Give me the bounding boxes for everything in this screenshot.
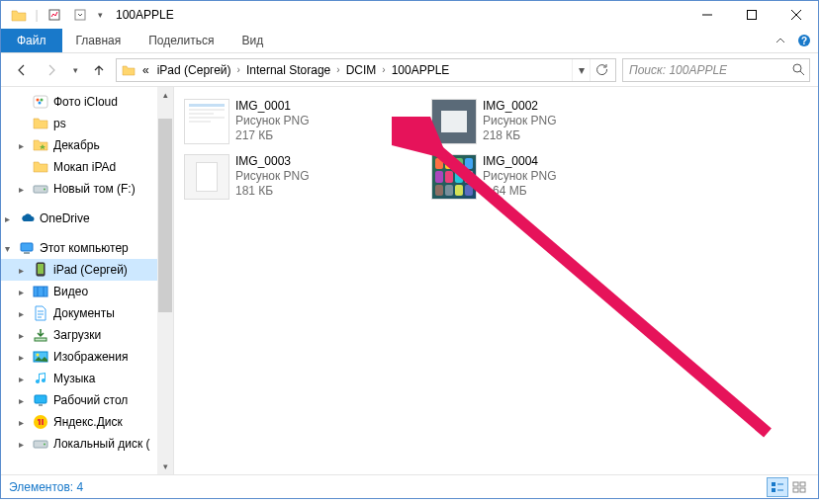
tree-expander-icon[interactable]: ▸ bbox=[19, 287, 31, 297]
search-icon[interactable] bbox=[792, 63, 805, 76]
search-input[interactable] bbox=[629, 63, 803, 77]
chevron-right-icon[interactable]: › bbox=[380, 64, 387, 75]
breadcrumb-item[interactable]: iPad (Сергей) bbox=[153, 59, 235, 81]
pc-icon bbox=[19, 240, 35, 256]
tree-item[interactable]: ▸OneDrive bbox=[1, 208, 173, 229]
folder-star-icon bbox=[33, 137, 48, 153]
chevron-right-icon[interactable]: › bbox=[334, 64, 341, 75]
file-item[interactable]: IMG_0002Рисунок PNG218 КБ bbox=[429, 97, 677, 152]
svg-rect-31 bbox=[772, 488, 775, 492]
tree-item[interactable]: ▾Этот компьютер bbox=[1, 237, 173, 259]
folder-icon bbox=[33, 159, 48, 175]
tree-expander-icon[interactable]: ▸ bbox=[19, 140, 31, 151]
help-icon[interactable]: ? bbox=[794, 31, 814, 50]
tree-expander-icon[interactable]: ▸ bbox=[19, 184, 31, 195]
back-button[interactable] bbox=[9, 57, 35, 83]
tab-share[interactable]: Поделиться bbox=[135, 29, 228, 52]
breadcrumb-item[interactable]: 100APPLE bbox=[388, 59, 454, 81]
tree-item[interactable]: ▸Музыка bbox=[1, 368, 173, 389]
file-size: 217 КБ bbox=[235, 128, 310, 143]
tree-item-label: Фото iCloud bbox=[53, 95, 118, 109]
tree-expander-icon[interactable]: ▸ bbox=[19, 352, 31, 363]
svg-rect-25 bbox=[39, 404, 43, 406]
file-type: Рисунок PNG bbox=[483, 169, 557, 184]
breadcrumb-item[interactable]: Internal Storage bbox=[242, 59, 334, 81]
tree-item[interactable]: ps bbox=[1, 113, 173, 134]
tree-expander-icon[interactable]: ▸ bbox=[19, 308, 31, 319]
nav-tree[interactable]: Фото iCloudps▸ДекабрьМокап iPAd▸Новый то… bbox=[1, 87, 174, 474]
minimize-button[interactable] bbox=[684, 1, 729, 29]
view-thumbnails-button[interactable] bbox=[788, 477, 810, 497]
tree-item[interactable]: ▸Видео bbox=[1, 281, 173, 302]
svg-rect-3 bbox=[747, 11, 756, 20]
tree-expander-icon[interactable]: ▸ bbox=[5, 213, 17, 224]
tree-item-label: ps bbox=[53, 117, 66, 130]
tree-item[interactable]: Мокап iPAd bbox=[1, 156, 173, 178]
breadcrumb-item[interactable]: DCIM bbox=[342, 59, 381, 81]
file-type: Рисунок PNG bbox=[235, 169, 310, 184]
file-size: 5,64 МБ bbox=[483, 184, 557, 199]
file-item[interactable]: IMG_0004Рисунок PNG5,64 МБ bbox=[429, 152, 677, 208]
svg-rect-17 bbox=[24, 252, 30, 254]
tree-item[interactable]: ▸Изображения bbox=[1, 346, 173, 368]
tree-item-label: Декабрь bbox=[53, 138, 100, 152]
tree-expander-icon[interactable]: ▸ bbox=[19, 395, 31, 406]
qat-dropdown-icon[interactable] bbox=[68, 4, 92, 26]
tree-item[interactable]: ▸Загрузки bbox=[1, 324, 173, 346]
images-icon bbox=[33, 349, 48, 365]
maximize-button[interactable] bbox=[729, 1, 774, 29]
tree-expander-icon[interactable]: ▾ bbox=[5, 243, 17, 254]
tab-view[interactable]: Вид bbox=[228, 29, 277, 52]
address-dropdown-icon[interactable]: ▾ bbox=[572, 59, 590, 81]
recent-dropdown[interactable]: ▾ bbox=[68, 57, 82, 83]
qat-properties-icon[interactable] bbox=[43, 4, 66, 26]
view-details-button[interactable] bbox=[767, 477, 788, 497]
tree-item[interactable]: ▸Документы bbox=[1, 302, 173, 324]
search-box[interactable] bbox=[622, 58, 810, 82]
address-bar[interactable]: « iPad (Сергей)› Internal Storage› DCIM›… bbox=[116, 58, 616, 82]
tree-scrollbar[interactable]: ▴ ▾ bbox=[157, 87, 173, 474]
breadcrumb-prefix[interactable]: « bbox=[138, 59, 153, 81]
folder-icon bbox=[33, 116, 48, 131]
tree-item[interactable]: ▸iPad (Сергей) bbox=[1, 259, 173, 281]
content-pane[interactable]: IMG_0001Рисунок PNG217 КБIMG_0002Рисунок… bbox=[174, 87, 818, 474]
tree-expander-icon[interactable]: ▸ bbox=[19, 417, 31, 428]
qat-chevron-icon[interactable]: ▾ bbox=[94, 4, 106, 26]
address-folder-icon bbox=[119, 64, 138, 76]
file-type: Рисунок PNG bbox=[235, 114, 310, 128]
navbar: ▾ « iPad (Сергей)› Internal Storage› DCI… bbox=[1, 53, 818, 87]
tree-item[interactable]: Фото iCloud bbox=[1, 91, 173, 113]
chevron-right-icon[interactable]: › bbox=[235, 64, 242, 75]
tree-item-label: Этот компьютер bbox=[40, 241, 129, 255]
tree-item[interactable]: ▸Рабочий стол bbox=[1, 389, 173, 411]
tree-expander-icon[interactable]: ▸ bbox=[19, 374, 31, 384]
ipad-icon bbox=[33, 262, 48, 278]
file-item[interactable]: IMG_0001Рисунок PNG217 КБ bbox=[182, 97, 429, 152]
file-item[interactable]: IMG_0003Рисунок PNG181 КБ bbox=[182, 152, 429, 208]
file-tab[interactable]: Файл bbox=[1, 29, 62, 52]
up-button[interactable] bbox=[86, 57, 112, 83]
close-button[interactable] bbox=[774, 1, 818, 29]
scroll-up-icon[interactable]: ▴ bbox=[163, 87, 168, 103]
tree-item[interactable]: ▸Яндекс.Диск bbox=[1, 411, 173, 433]
tree-item[interactable]: ▸Новый том (F:) bbox=[1, 178, 173, 200]
file-name: IMG_0004 bbox=[483, 154, 557, 169]
ribbon-collapse-icon[interactable] bbox=[771, 31, 790, 50]
tree-item[interactable]: ▸Локальный диск ( bbox=[1, 433, 173, 455]
tree-expander-icon[interactable]: ▸ bbox=[19, 265, 31, 276]
tree-item-label: Загрузки bbox=[53, 328, 101, 342]
svg-rect-24 bbox=[35, 395, 46, 403]
forward-button[interactable] bbox=[39, 57, 64, 83]
scroll-thumb[interactable] bbox=[158, 119, 172, 312]
tree-item-label: Яндекс.Диск bbox=[53, 415, 123, 429]
file-name: IMG_0003 bbox=[235, 154, 310, 169]
tree-expander-icon[interactable]: ▸ bbox=[19, 330, 31, 341]
tree-expander-icon[interactable]: ▸ bbox=[19, 439, 31, 450]
file-thumbnail bbox=[184, 154, 229, 200]
tab-home[interactable]: Главная bbox=[62, 29, 136, 52]
refresh-button[interactable] bbox=[590, 59, 613, 81]
file-thumbnail bbox=[431, 154, 477, 200]
tree-item[interactable]: ▸Декабрь bbox=[1, 134, 173, 156]
tree-item-label: Видео bbox=[53, 285, 88, 298]
scroll-down-icon[interactable]: ▾ bbox=[163, 459, 168, 474]
